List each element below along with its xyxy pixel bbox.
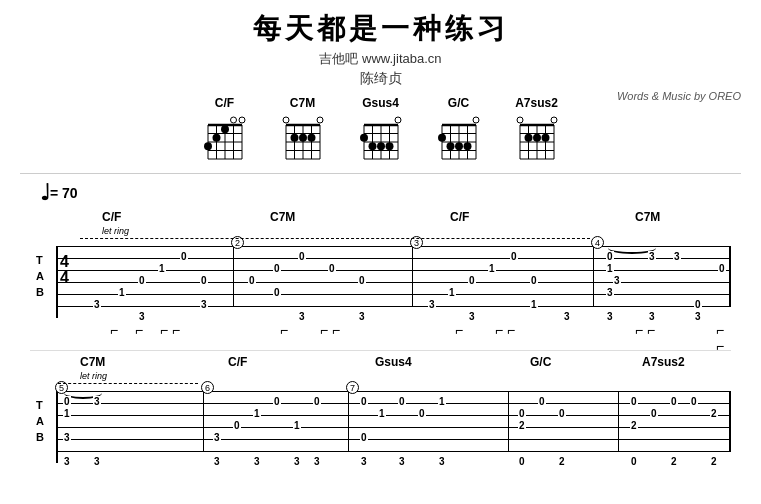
song-title: 每天都是一种练习 <box>20 10 741 48</box>
n6-6: 1 <box>293 420 301 431</box>
section-4: 4 <box>591 236 604 249</box>
chord-c7m: C7M <box>278 96 328 165</box>
n5-1: 0 <box>63 396 71 407</box>
note-m2-5: 0 <box>273 287 281 298</box>
n8-2: 0 <box>538 396 546 407</box>
n7-4: 0 <box>418 408 426 419</box>
m2-line-4 <box>618 391 619 452</box>
n9-9: 2 <box>710 456 718 467</box>
n7-1: 0 <box>360 396 368 407</box>
n7-3: 0 <box>398 396 406 407</box>
n9-7: 2 <box>710 408 718 419</box>
chord-label-c7m-1: C7M <box>270 210 295 224</box>
note-m1-s4-1: 0 <box>138 275 146 286</box>
n8-5: 0 <box>518 456 526 467</box>
n8-4: 2 <box>518 420 526 431</box>
tab-staff-1: C/F let ring C7M C/F C7M T A B <box>30 210 731 346</box>
chord-a7sus2-diagram <box>512 113 562 165</box>
note-m3-6: 1 <box>530 299 538 310</box>
n6-8: 0 <box>313 396 321 407</box>
string-line-6 <box>58 306 731 307</box>
s2-line-5 <box>58 439 731 440</box>
note-m1-s6-2: 3 <box>200 299 208 310</box>
n6-5: 3 <box>213 456 221 467</box>
chord-c7m-label: C7M <box>290 96 315 110</box>
n5-6: 3 <box>93 456 101 467</box>
note-m4-9: 0 <box>694 299 702 310</box>
rhythm-sym-7: ⌐ ⌐ <box>495 322 515 338</box>
chord-label-c7m-3: C7M <box>80 355 105 369</box>
n9-8: 2 <box>670 456 678 467</box>
note-m1-s5-1: 1 <box>118 287 126 298</box>
note-m4-5: 3 <box>606 311 614 322</box>
n8-1: 0 <box>518 408 526 419</box>
rhythm-sym-6: ⌐ <box>455 322 463 338</box>
chord-diagrams-row: C/F C7M Gsus4 G/C A7sus2 <box>20 96 741 165</box>
rhythm-sym-3: ⌐ ⌐ <box>160 322 180 338</box>
note-m3-9: 3 <box>563 311 571 322</box>
chord-gsus4-label: Gsus4 <box>362 96 399 110</box>
chord-label-cf-2: C/F <box>450 210 469 224</box>
chord-label-cf-1: C/F <box>102 210 121 224</box>
let-ring-label-1: let ring <box>102 226 129 236</box>
note-m3-1: 3 <box>428 299 436 310</box>
n7-6: 3 <box>360 456 368 467</box>
chord-gc-diagram <box>434 113 484 165</box>
n6-9: 3 <box>293 456 301 467</box>
note-m4-8: 3 <box>673 251 681 262</box>
note-m4-7: 3 <box>613 275 621 286</box>
note-m4-2: 1 <box>606 263 614 274</box>
chord-gc-label: G/C <box>448 96 469 110</box>
n9-4: 2 <box>630 420 638 431</box>
section-7: 7 <box>346 381 359 394</box>
n6-3: 1 <box>253 408 261 419</box>
n9-1: 0 <box>630 396 638 407</box>
tab-staff-lines-2: T A B 5 6 7 <box>30 391 731 463</box>
n5-3: 3 <box>63 432 71 443</box>
artist-name: 陈绮贞 <box>20 70 741 88</box>
string-line-4 <box>58 282 731 283</box>
section-6: 6 <box>201 381 214 394</box>
chord-c7m-diagram <box>278 113 328 165</box>
n7-5: 0 <box>360 432 368 443</box>
rhythm-sym-2: ⌐ <box>135 322 143 338</box>
rhythm-sym-1: ⌐ <box>110 322 118 338</box>
s2-line-3 <box>58 415 731 416</box>
string-line-2 <box>58 258 731 259</box>
n6-4: 0 <box>273 396 281 407</box>
measure-line-2 <box>412 246 413 307</box>
n7-8: 3 <box>398 456 406 467</box>
chord-label-gsus4: Gsus4 <box>375 355 412 369</box>
note-m4-1: 0 <box>606 251 614 262</box>
chord-cf-diagram <box>200 113 250 165</box>
note-m1-s2-1: 0 <box>180 251 188 262</box>
let-ring-label-2: let ring <box>80 371 107 381</box>
n9-2: 0 <box>650 408 658 419</box>
tab-b-2: B <box>36 431 44 443</box>
measure-line-3 <box>593 246 594 307</box>
tab-header-1: T A B <box>30 246 58 318</box>
time-sig-1: 4 4 <box>60 254 69 286</box>
tempo-row: ♩ = 70 <box>40 180 741 206</box>
chord-a7sus2: A7sus2 <box>512 96 562 165</box>
n7-9: 3 <box>438 456 446 467</box>
tempo-value: = 70 <box>50 185 78 201</box>
note-m2-6: 3 <box>298 311 306 322</box>
n5-2: 1 <box>63 408 71 419</box>
note-m3-3: 0 <box>468 275 476 286</box>
tempo-note-icon: ♩ <box>40 180 50 206</box>
note-m1-s6-1: 3 <box>93 299 101 310</box>
n6-2: 0 <box>233 420 241 431</box>
note-m4-3: 3 <box>606 287 614 298</box>
note-m2-7: 0 <box>358 275 366 286</box>
note-m4-4: 3 <box>648 251 656 262</box>
rhythm-sym-9: ⌐ ⌐ <box>716 322 731 354</box>
note-m3-5: 0 <box>510 251 518 262</box>
chord-cf-label: C/F <box>215 96 234 110</box>
chord-labels-1: C/F let ring C7M C/F C7M <box>80 210 731 246</box>
n8-6: 2 <box>558 456 566 467</box>
note-m1-s3-1: 1 <box>158 263 166 274</box>
n7-2: 1 <box>378 408 386 419</box>
header: 每天都是一种练习 吉他吧 www.jitaba.cn 陈绮贞 <box>20 10 741 88</box>
let-ring-line-2 <box>58 383 198 384</box>
